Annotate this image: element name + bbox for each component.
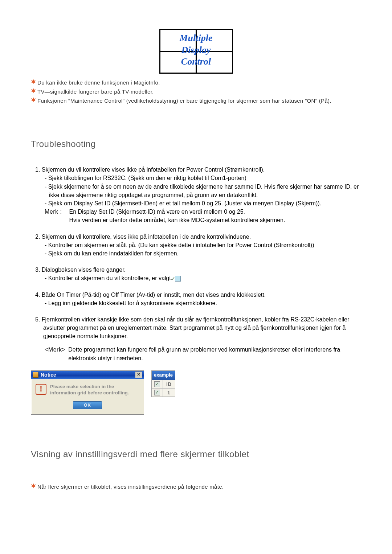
example-grid: example ID 1 bbox=[151, 370, 175, 397]
note-label: <Merk> bbox=[45, 345, 68, 362]
note-body: En Display Set ID (Skjermsett-ID) må vær… bbox=[69, 208, 361, 224]
app-icon bbox=[33, 372, 38, 378]
section-heading-multi-display: Visning av innstillingsverdi med flere s… bbox=[31, 449, 361, 459]
checkbox-icon bbox=[154, 390, 160, 395]
ok-button[interactable]: OK bbox=[73, 401, 102, 409]
notice-dialog: Notice ✕ ! Please make selection in the … bbox=[31, 370, 144, 415]
mdc-logo: Multiple Display Control bbox=[31, 29, 361, 75]
star-icon bbox=[31, 97, 36, 102]
item-2: 2. Skjermen du vil kontrollere, vises ik… bbox=[31, 233, 361, 258]
example-header: example bbox=[152, 371, 175, 380]
checkbox-icon bbox=[175, 276, 181, 282]
star-icon bbox=[31, 483, 36, 488]
bottom-note: Når flere skjermer er tilkoblet, vises i… bbox=[31, 483, 361, 491]
item-5: 5. Fjernkontrollen virker kanskje ikke s… bbox=[31, 315, 361, 362]
close-button[interactable]: ✕ bbox=[135, 372, 142, 378]
checkbox-icon bbox=[154, 381, 160, 387]
star-icon bbox=[31, 88, 36, 93]
column-header-id: ID bbox=[163, 380, 175, 388]
troubleshooting-list: 1. Skjermen du vil kontrollere vises ikk… bbox=[31, 165, 361, 414]
row-value: 1 bbox=[163, 389, 175, 397]
item-1: 1. Skjermen du vil kontrollere vises ikk… bbox=[31, 165, 361, 224]
section-heading-troubleshooting: Troubleshooting bbox=[31, 139, 361, 149]
note-label: Merk : bbox=[45, 208, 69, 224]
warning-icon: ! bbox=[36, 384, 46, 395]
dialog-message: Please make selection in the information… bbox=[50, 384, 129, 396]
item-3: 3. Dialogboksen vises flere ganger. - Ko… bbox=[31, 266, 361, 282]
item-4: 4. Både On Timer (På-tid) og Off Timer (… bbox=[31, 291, 361, 307]
logo-text: Multiple Display Control bbox=[31, 32, 361, 68]
star-icon bbox=[31, 79, 36, 84]
top-notes: Du kan ikke bruke denne funksjonen i Mag… bbox=[31, 79, 361, 104]
dialog-title: Notice bbox=[41, 371, 135, 378]
note-body: Dette programmet kan fungere feil på gru… bbox=[68, 345, 361, 362]
